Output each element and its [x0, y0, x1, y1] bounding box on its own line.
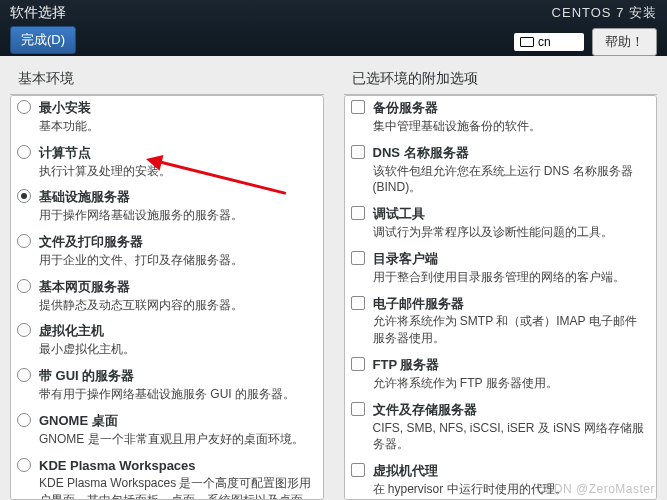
radio-icon[interactable]	[17, 100, 31, 114]
checkbox-icon[interactable]	[351, 357, 365, 371]
checkbox-icon[interactable]	[351, 463, 365, 477]
base-env-heading: 基本环境	[10, 64, 324, 95]
base-env-item[interactable]: 计算节点执行计算及处理的安装。	[11, 141, 323, 186]
radio-icon[interactable]	[17, 279, 31, 293]
item-title: 计算节点	[39, 145, 313, 162]
item-title: 备份服务器	[373, 100, 647, 117]
radio-icon[interactable]	[17, 145, 31, 159]
keyboard-indicator[interactable]: cn	[514, 33, 584, 51]
item-desc: 该软件包组允许您在系统上运行 DNS 名称服务器(BIND)。	[373, 163, 647, 197]
checkbox-icon[interactable]	[351, 145, 365, 159]
radio-icon[interactable]	[17, 413, 31, 427]
item-desc: 用于操作网络基础设施服务的服务器。	[39, 207, 313, 224]
addon-item[interactable]: 备份服务器集中管理基础设施备份的软件。	[345, 96, 657, 141]
keyboard-icon	[520, 37, 534, 47]
item-title: 文件及打印服务器	[39, 234, 313, 251]
addons-list[interactable]: 备份服务器集中管理基础设施备份的软件。DNS 名称服务器该软件包组允许您在系统上…	[344, 95, 658, 500]
watermark: CSDN @ZeroMaster	[536, 482, 655, 496]
item-desc: 集中管理基础设施备份的软件。	[373, 118, 647, 135]
checkbox-icon[interactable]	[351, 296, 365, 310]
item-desc: 最小虚拟化主机。	[39, 341, 313, 358]
checkbox-icon[interactable]	[351, 206, 365, 220]
item-desc: 执行计算及处理的安装。	[39, 163, 313, 180]
base-env-item[interactable]: 文件及打印服务器用于企业的文件、打印及存储服务器。	[11, 230, 323, 275]
addon-item[interactable]: DNS 名称服务器该软件包组允许您在系统上运行 DNS 名称服务器(BIND)。	[345, 141, 657, 202]
item-title: 基础设施服务器	[39, 189, 313, 206]
item-desc: 调试行为异常程序以及诊断性能问题的工具。	[373, 224, 647, 241]
item-title: KDE Plasma Workspaces	[39, 458, 313, 475]
item-title: 虚拟机代理	[373, 463, 647, 480]
addons-column: 已选环境的附加选项 备份服务器集中管理基础设施备份的软件。DNS 名称服务器该软…	[334, 64, 668, 500]
radio-icon[interactable]	[17, 323, 31, 337]
base-env-item[interactable]: 最小安装基本功能。	[11, 96, 323, 141]
item-title: 目录客户端	[373, 251, 647, 268]
base-env-item[interactable]: 带 GUI 的服务器带有用于操作网络基础设施服务 GUI 的服务器。	[11, 364, 323, 409]
base-env-column: 基本环境 最小安装基本功能。计算节点执行计算及处理的安装。基础设施服务器用于操作…	[0, 64, 334, 500]
checkbox-icon[interactable]	[351, 402, 365, 416]
item-title: 基本网页服务器	[39, 279, 313, 296]
item-title: 电子邮件服务器	[373, 296, 647, 313]
addon-item[interactable]: 调试工具调试行为异常程序以及诊断性能问题的工具。	[345, 202, 657, 247]
radio-icon[interactable]	[17, 234, 31, 248]
item-desc: 允许将系统作为 SMTP 和（或者）IMAP 电子邮件服务器使用。	[373, 313, 647, 347]
item-desc: 用于整合到使用目录服务管理的网络的客户端。	[373, 269, 647, 286]
base-env-item[interactable]: 虚拟化主机最小虚拟化主机。	[11, 319, 323, 364]
install-title: CENTOS 7 安装	[552, 4, 657, 22]
item-desc: 提供静态及动态互联网内容的服务器。	[39, 297, 313, 314]
base-env-item[interactable]: GNOME 桌面GNOME 是一个非常直观且用户友好的桌面环境。	[11, 409, 323, 454]
base-env-list[interactable]: 最小安装基本功能。计算节点执行计算及处理的安装。基础设施服务器用于操作网络基础设…	[10, 95, 324, 500]
radio-icon[interactable]	[17, 368, 31, 382]
checkbox-icon[interactable]	[351, 100, 365, 114]
item-desc: GNOME 是一个非常直观且用户友好的桌面环境。	[39, 431, 313, 448]
item-title: 带 GUI 的服务器	[39, 368, 313, 385]
help-button[interactable]: 帮助！	[592, 28, 657, 56]
item-title: GNOME 桌面	[39, 413, 313, 430]
item-desc: KDE Plasma Workspaces 是一个高度可配置图形用户界面，其中包…	[39, 475, 313, 500]
item-desc: 带有用于操作网络基础设施服务 GUI 的服务器。	[39, 386, 313, 403]
addons-heading: 已选环境的附加选项	[344, 64, 658, 95]
radio-icon[interactable]	[17, 189, 31, 203]
item-title: FTP 服务器	[373, 357, 647, 374]
item-title: 虚拟化主机	[39, 323, 313, 340]
addon-item[interactable]: 文件及存储服务器CIFS, SMB, NFS, iSCSI, iSER 及 iS…	[345, 398, 657, 459]
radio-icon[interactable]	[17, 458, 31, 472]
item-desc: CIFS, SMB, NFS, iSCSI, iSER 及 iSNS 网络存储服…	[373, 420, 647, 454]
item-title: 调试工具	[373, 206, 647, 223]
header-bar: 软件选择 完成(D) CENTOS 7 安装 cn 帮助！	[0, 0, 667, 56]
item-title: DNS 名称服务器	[373, 145, 647, 162]
item-desc: 用于企业的文件、打印及存储服务器。	[39, 252, 313, 269]
page-title: 软件选择	[10, 4, 76, 22]
item-desc: 基本功能。	[39, 118, 313, 135]
base-env-item[interactable]: 基本网页服务器提供静态及动态互联网内容的服务器。	[11, 275, 323, 320]
item-desc: 允许将系统作为 FTP 服务器使用。	[373, 375, 647, 392]
base-env-item[interactable]: KDE Plasma WorkspacesKDE Plasma Workspac…	[11, 454, 323, 501]
addon-item[interactable]: FTP 服务器允许将系统作为 FTP 服务器使用。	[345, 353, 657, 398]
addon-item[interactable]: 电子邮件服务器允许将系统作为 SMTP 和（或者）IMAP 电子邮件服务器使用。	[345, 292, 657, 353]
checkbox-icon[interactable]	[351, 251, 365, 265]
base-env-item[interactable]: 基础设施服务器用于操作网络基础设施服务的服务器。	[11, 185, 323, 230]
done-button[interactable]: 完成(D)	[10, 26, 76, 54]
keyboard-layout-label: cn	[538, 35, 551, 49]
item-title: 最小安装	[39, 100, 313, 117]
addon-item[interactable]: 目录客户端用于整合到使用目录服务管理的网络的客户端。	[345, 247, 657, 292]
item-title: 文件及存储服务器	[373, 402, 647, 419]
